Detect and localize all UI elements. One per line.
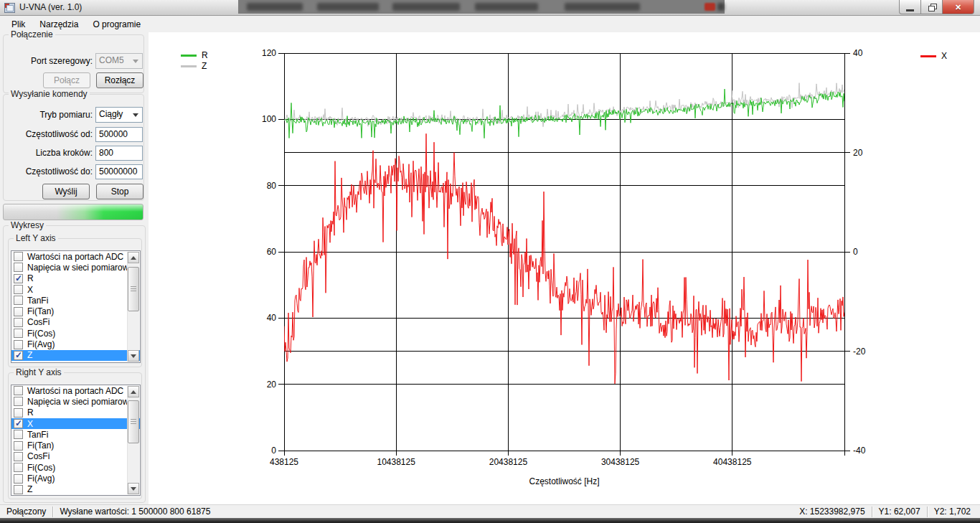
serial-port-value: COM5 — [99, 55, 124, 65]
triangle-up-icon — [131, 390, 136, 394]
list-item[interactable]: Fi(Avg) — [11, 339, 140, 349]
checkbox-icon[interactable] — [14, 463, 23, 472]
list-item[interactable]: Fi(Avg) — [11, 473, 140, 484]
connection-status: Połączony — [0, 505, 52, 518]
redacted-text — [247, 3, 303, 11]
checkbox-icon[interactable] — [14, 430, 23, 439]
checkbox-checked-icon[interactable] — [14, 274, 23, 283]
list-item[interactable]: CosFi — [11, 451, 140, 462]
left-axis-scrollbar[interactable] — [127, 252, 139, 362]
checkbox-icon[interactable] — [14, 340, 23, 349]
measure-mode-select[interactable]: Ciągły — [95, 107, 143, 123]
list-item[interactable]: Wartości na portach ADC — [11, 385, 140, 396]
checkbox-icon[interactable] — [14, 441, 23, 451]
checkbox-icon[interactable] — [14, 452, 23, 461]
right-axis-tick-label: -40 — [853, 446, 866, 456]
list-item[interactable]: TanFi — [11, 429, 140, 440]
list-item[interactable]: Wartości na portach ADC — [11, 251, 140, 262]
checkbox-icon[interactable] — [14, 386, 23, 395]
list-item[interactable]: Z — [11, 484, 140, 495]
checkbox-checked-icon[interactable] — [14, 419, 23, 428]
list-item-label: Wartości na portach ADC — [27, 386, 123, 396]
list-item[interactable]: X — [11, 418, 140, 429]
list-item[interactable]: CosFi — [11, 317, 140, 328]
scroll-down-button[interactable] — [128, 483, 139, 494]
checkbox-icon[interactable] — [14, 485, 23, 494]
stop-button[interactable]: Stop — [96, 184, 143, 199]
checkbox-icon[interactable] — [14, 252, 23, 261]
close-button[interactable] — [942, 0, 974, 14]
grip-icon — [131, 419, 136, 425]
checkbox-icon[interactable] — [14, 397, 23, 406]
list-item[interactable]: R — [11, 407, 140, 418]
progress-bar — [3, 204, 143, 220]
left-axis-tick-label: 80 — [267, 181, 277, 191]
triangle-down-icon — [131, 354, 136, 358]
scroll-up-button[interactable] — [128, 386, 139, 397]
checkbox-icon[interactable] — [14, 408, 23, 418]
list-item[interactable]: Napięcia w sieci pomiarowej — [11, 262, 140, 273]
checkbox-icon[interactable] — [14, 285, 23, 294]
freq-to-input[interactable]: 50000000 — [95, 164, 143, 179]
list-item-label: Z — [27, 350, 32, 360]
list-item[interactable]: X — [11, 284, 140, 295]
list-item[interactable]: TanFi — [11, 295, 140, 306]
cursor-y2-readout: Y2: 1,702 — [928, 505, 977, 518]
minimize-button[interactable] — [899, 0, 921, 14]
list-item-label: R — [27, 407, 34, 418]
scroll-up-button[interactable] — [128, 252, 139, 263]
series-z-label: Z — [202, 61, 207, 71]
scrollbar-thumb[interactable] — [128, 400, 139, 443]
list-item[interactable]: Napięcia w sieci pomiarowej — [11, 396, 140, 407]
restore-button[interactable] — [920, 0, 943, 14]
checkbox-icon[interactable] — [14, 329, 23, 338]
app-icon — [4, 3, 15, 13]
checkbox-icon[interactable] — [14, 318, 23, 327]
list-item[interactable]: Fi(Cos) — [11, 462, 140, 473]
plot-area[interactable]: 020406080100120-40-200204043812510438125… — [149, 32, 980, 504]
window-title: U-VNA (ver. 1.0) — [19, 2, 82, 12]
redacted-text — [717, 3, 725, 11]
list-item-label: CosFi — [27, 317, 50, 327]
x-axis-tick-label: 30438125 — [601, 457, 640, 467]
steps-input[interactable]: 800 — [95, 146, 143, 161]
list-item[interactable]: R — [11, 273, 140, 284]
disconnect-button[interactable]: Rozłącz — [96, 72, 143, 88]
list-item[interactable]: Fi(Cos) — [11, 328, 140, 339]
list-item-label: Wartości na portach ADC — [27, 252, 123, 262]
list-item[interactable]: Z — [11, 350, 140, 361]
right-axis-listbox: Wartości na portach ADCNapięcia w sieci … — [11, 385, 141, 496]
scroll-down-button[interactable] — [128, 350, 139, 362]
checkbox-icon[interactable] — [14, 307, 23, 316]
checkbox-checked-icon[interactable] — [14, 351, 23, 360]
checkbox-icon[interactable] — [14, 263, 23, 272]
checkbox-icon[interactable] — [14, 296, 23, 305]
list-item-label: Napięcia w sieci pomiarowej — [27, 397, 136, 407]
cursor-y1-readout: Y1: 62,007 — [872, 505, 927, 518]
menu-item-o-programie[interactable]: O programie — [85, 17, 148, 32]
list-item[interactable]: Fi(Tan) — [11, 306, 140, 316]
right-axis-tick-label: -20 — [853, 347, 866, 357]
connection-group: Połączenie Port szeregowy: COM5 Połącz R… — [3, 34, 144, 93]
serial-port-select[interactable]: COM5 — [95, 53, 143, 69]
scrollbar-thumb[interactable] — [128, 267, 139, 311]
freq-from-input[interactable]: 500000 — [95, 127, 143, 142]
list-item-label: TanFi — [27, 430, 48, 440]
send-button[interactable]: Wyślij — [42, 184, 90, 199]
legend-entry-z: Z — [181, 61, 207, 71]
chevron-down-icon — [133, 113, 138, 117]
app-window: U-VNA (ver. 1.0) Plik Narzędzia O progra… — [0, 0, 980, 523]
title-bar[interactable]: U-VNA (ver. 1.0) — [0, 0, 980, 16]
status-bar: Połączony Wysłane wartości: 1 500000 800… — [0, 504, 980, 518]
checkbox-icon[interactable] — [14, 474, 23, 484]
list-item-label: Fi(Avg) — [27, 473, 55, 484]
command-group: Wysyłanie komendy Tryb pomiaru: Ciągły C… — [3, 94, 144, 201]
redacted-text — [392, 3, 460, 11]
freq-from-label: Częstotliwość od: — [6, 129, 93, 139]
x-axis-tick-label: 10438125 — [377, 457, 416, 467]
connect-button[interactable]: Połącz — [43, 72, 90, 88]
right-axis-tick-label: 20 — [853, 148, 863, 158]
right-axis-scrollbar[interactable] — [127, 386, 139, 494]
list-item[interactable]: Fi(Tan) — [11, 440, 140, 451]
legend-entry-r: R — [181, 50, 208, 60]
